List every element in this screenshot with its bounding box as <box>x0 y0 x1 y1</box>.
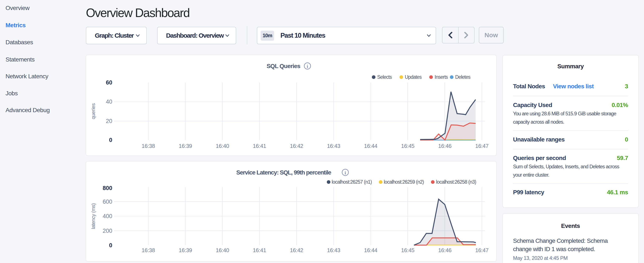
svg-text:16:46: 16:46 <box>438 247 452 253</box>
svg-text:16:38: 16:38 <box>142 143 155 149</box>
svg-text:16:41: 16:41 <box>253 143 266 149</box>
svg-text:16:44: 16:44 <box>364 143 378 149</box>
svg-text:16:46: 16:46 <box>438 143 452 149</box>
svg-text:16:45: 16:45 <box>401 143 414 149</box>
svg-text:600: 600 <box>103 198 112 205</box>
svg-text:800: 800 <box>103 185 112 191</box>
svg-text:16:40: 16:40 <box>216 143 229 149</box>
svg-text:16:42: 16:42 <box>290 247 304 253</box>
svg-text:0: 0 <box>109 242 112 248</box>
svg-text:0: 0 <box>109 137 112 143</box>
svg-text:i: i <box>345 170 346 175</box>
svg-text:60: 60 <box>106 79 112 86</box>
svg-text:16:39: 16:39 <box>179 247 192 253</box>
svg-text:16:47: 16:47 <box>475 247 488 253</box>
svg-text:16:43: 16:43 <box>327 247 340 253</box>
svg-text:16:38: 16:38 <box>142 247 155 253</box>
svg-text:Service Latency: SQL, 99th per: Service Latency: SQL, 99th percentile <box>236 169 331 176</box>
svg-text:queries: queries <box>90 103 96 119</box>
svg-text:16:42: 16:42 <box>290 143 304 149</box>
svg-text:400: 400 <box>103 213 112 219</box>
svg-text:16:43: 16:43 <box>327 143 340 149</box>
svg-text:16:44: 16:44 <box>364 247 378 253</box>
svg-text:16:45: 16:45 <box>401 247 414 253</box>
svg-text:200: 200 <box>103 228 112 234</box>
svg-text:16:40: 16:40 <box>216 247 229 253</box>
svg-text:20: 20 <box>106 118 112 124</box>
svg-text:latency (ms): latency (ms) <box>90 203 96 229</box>
svg-text:i: i <box>307 64 308 69</box>
svg-text:40: 40 <box>106 99 112 105</box>
svg-text:16:41: 16:41 <box>253 247 266 253</box>
svg-text:SQL Queries: SQL Queries <box>266 63 300 69</box>
svg-text:16:39: 16:39 <box>179 143 192 149</box>
svg-text:16:47: 16:47 <box>475 143 488 149</box>
